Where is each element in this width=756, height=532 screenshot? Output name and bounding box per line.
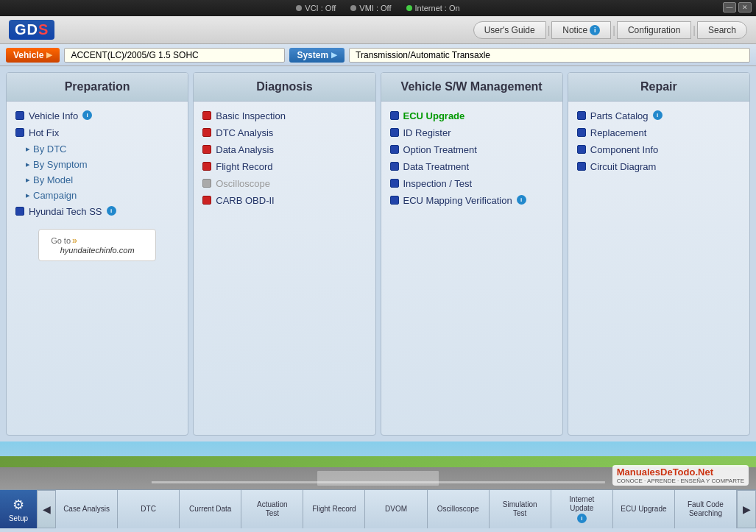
internet-dot — [406, 5, 412, 11]
campaign-item[interactable]: ▸ Campaign — [14, 188, 180, 203]
parts-catalog-item[interactable]: Parts Catalog i — [576, 107, 742, 124]
flight-record-icon — [202, 162, 211, 171]
preparation-header: Preparation — [7, 73, 188, 102]
setup-gear-icon: ⚙ — [13, 497, 24, 513]
internet-update-info-icon: i — [577, 514, 587, 523]
flight-record-item[interactable]: Flight Record — [201, 158, 367, 175]
vehicle-button[interactable]: Vehicle ▶ — [6, 48, 60, 63]
main-content: Preparation Vehicle Info i Hot Fix ▸ By … — [0, 66, 756, 441]
vehicle-info-icon — [15, 111, 24, 120]
by-dtc-item[interactable]: ▸ By DTC — [14, 141, 180, 157]
close-button[interactable]: ✕ — [738, 2, 752, 13]
ecu-mapping-icon — [390, 196, 399, 205]
watermark-logo: ManualesDeTodo.Net — [617, 467, 744, 478]
hyundai-tech-icon — [15, 207, 24, 216]
prev-tab-button[interactable]: ◀ — [37, 490, 56, 528]
go-to-url: hyundaitechinfo.com — [51, 246, 144, 255]
diagnosis-panel: Diagnosis Basic Inspection DTC Analysis … — [193, 72, 375, 436]
vehicle-sw-header: Vehicle S/W Management — [381, 73, 562, 102]
data-treatment-item[interactable]: Data Treatment — [389, 158, 555, 175]
circuit-diagram-icon — [577, 162, 586, 171]
vmi-dot — [350, 5, 356, 11]
vmi-label: VMI : Off — [359, 4, 391, 13]
inspection-test-item[interactable]: Inspection / Test — [389, 175, 555, 192]
vehicle-sw-body: ECU Upgrade ID Register Option Treatment… — [381, 102, 562, 215]
oscilloscope-icon — [202, 179, 211, 188]
parts-catalog-icon — [577, 111, 586, 120]
tab-ecu-upgrade[interactable]: ECU Upgrade — [613, 490, 675, 528]
option-treatment-icon — [390, 145, 399, 154]
basic-inspection-item[interactable]: Basic Inspection — [201, 107, 367, 124]
carb-obd-icon — [202, 196, 211, 205]
users-guide-button[interactable]: User's Guide — [473, 21, 546, 39]
ecu-upgrade-icon — [390, 111, 399, 120]
vehicle-value: ACCENT(LC)/2005/G 1.5 SOHC — [64, 48, 285, 63]
carb-obd-item[interactable]: CARB OBD-II — [201, 192, 367, 209]
tab-dvom[interactable]: DVOM — [365, 490, 427, 528]
vci-label: VCI : Off — [305, 4, 336, 13]
next-tab-button[interactable]: ▶ — [737, 490, 756, 528]
preparation-panel: Preparation Vehicle Info i Hot Fix ▸ By … — [6, 72, 188, 436]
vmi-status: VMI : Off — [350, 4, 391, 13]
go-to-banner[interactable]: Go to » hyundaitechinfo.com — [38, 229, 156, 261]
circuit-diagram-item[interactable]: Circuit Diagram — [576, 158, 742, 175]
data-treatment-icon — [390, 162, 399, 171]
tab-oscilloscope[interactable]: Oscilloscope — [428, 490, 490, 528]
tab-internet-update[interactable]: InternetUpdate i — [551, 490, 613, 528]
tab-fault-code[interactable]: Fault CodeSearching — [675, 490, 737, 528]
hot-fix-item[interactable]: Hot Fix — [14, 124, 180, 141]
by-model-arrow: ▸ — [26, 175, 30, 185]
component-info-icon — [577, 145, 586, 154]
vci-status: VCI : Off — [296, 4, 336, 13]
by-symptom-item[interactable]: ▸ By Symptom — [14, 157, 180, 172]
vehicle-info-item[interactable]: Vehicle Info i — [14, 107, 180, 124]
tab-flight-record[interactable]: Flight Record — [303, 490, 365, 528]
repair-panel: Repair Parts Catalog i Replacement Compo… — [568, 72, 750, 436]
tab-current-data[interactable]: Current Data — [180, 490, 241, 528]
configuration-button[interactable]: Configuration — [617, 21, 691, 39]
id-register-icon — [390, 128, 399, 137]
search-button[interactable]: Search — [697, 21, 747, 39]
replacement-icon — [577, 128, 586, 137]
bottom-bar: ⚙ Setup ◀ Case Analysis DTC Current Data… — [0, 489, 756, 528]
dtc-analysis-item[interactable]: DTC Analysis — [201, 124, 367, 141]
dtc-analysis-icon — [202, 128, 211, 137]
setup-button[interactable]: ⚙ Setup — [0, 490, 37, 528]
tab-dtc[interactable]: DTC — [118, 490, 180, 528]
by-symptom-arrow: ▸ — [26, 160, 30, 169]
hyundai-tech-item[interactable]: Hyundai Tech SS i — [14, 203, 180, 220]
diagnosis-body: Basic Inspection DTC Analysis Data Analy… — [194, 102, 375, 215]
notice-button[interactable]: Notice i — [551, 21, 611, 39]
replacement-item[interactable]: Replacement — [576, 124, 742, 141]
repair-body: Parts Catalog i Replacement Component In… — [568, 102, 749, 181]
tab-actuation-test[interactable]: ActuationTest — [241, 490, 303, 528]
vehicle-sw-panel: Vehicle S/W Management ECU Upgrade ID Re… — [381, 72, 563, 436]
diagnosis-header: Diagnosis — [194, 73, 375, 102]
ecu-upgrade-item[interactable]: ECU Upgrade — [389, 107, 555, 124]
tab-bar: Case Analysis DTC Current Data Actuation… — [56, 490, 737, 528]
system-value: Transmission/Automatic Transaxle — [349, 48, 750, 63]
window-controls: — ✕ — [723, 2, 752, 13]
tab-case-analysis[interactable]: Case Analysis — [56, 490, 118, 528]
road-image: ManualesDeTodo.Net CONOCE · APRENDE · EN… — [0, 441, 756, 489]
internet-label: Internet : On — [415, 4, 460, 13]
option-treatment-item[interactable]: Option Treatment — [389, 141, 555, 158]
hyundai-tech-info-icon: i — [107, 206, 116, 216]
by-model-item[interactable]: ▸ By Model — [14, 172, 180, 188]
preparation-body: Vehicle Info i Hot Fix ▸ By DTC ▸ By Sym… — [7, 102, 188, 276]
data-analysis-item[interactable]: Data Analysis — [201, 141, 367, 158]
system-button[interactable]: System ▶ — [289, 48, 345, 63]
oscilloscope-item: Oscilloscope — [201, 175, 367, 192]
tab-simulation-test[interactable]: SimulationTest — [490, 490, 551, 528]
parts-catalog-info-icon: i — [653, 110, 663, 120]
watermark: ManualesDeTodo.Net CONOCE · APRENDE · EN… — [612, 465, 749, 486]
component-info-item[interactable]: Component Info — [576, 141, 742, 158]
basic-inspection-icon — [202, 111, 211, 120]
app-header: GDS User's Guide | Notice i | Configurat… — [0, 16, 756, 44]
system-arrow-icon: ▶ — [331, 51, 337, 59]
ecu-mapping-item[interactable]: ECU Mapping Verification i — [389, 192, 555, 209]
minimize-button[interactable]: — — [723, 2, 736, 13]
banner-area: Go to » hyundaitechinfo.com — [20, 223, 174, 267]
id-register-item[interactable]: ID Register — [389, 124, 555, 141]
vehicle-bar: Vehicle ▶ ACCENT(LC)/2005/G 1.5 SOHC Sys… — [0, 44, 756, 66]
